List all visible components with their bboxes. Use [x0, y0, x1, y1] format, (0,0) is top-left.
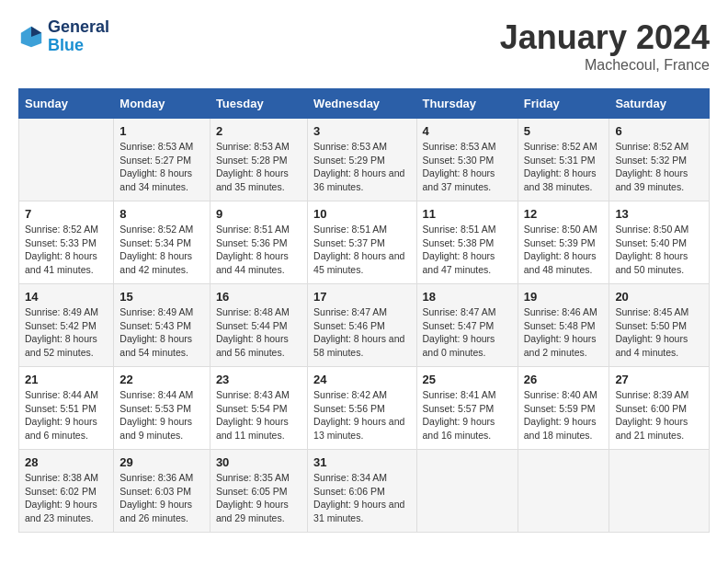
day-info: Sunrise: 8:52 AMSunset: 5:33 PMDaylight:… [25, 223, 108, 277]
day-info: Sunrise: 8:53 AMSunset: 5:29 PMDaylight:… [313, 140, 410, 194]
calendar-cell: 22Sunrise: 8:44 AMSunset: 5:53 PMDayligh… [114, 367, 210, 450]
day-info: Sunrise: 8:40 AMSunset: 5:59 PMDaylight:… [524, 388, 604, 442]
calendar-cell: 26Sunrise: 8:40 AMSunset: 5:59 PMDayligh… [518, 367, 609, 450]
calendar-cell [518, 450, 609, 533]
day-info: Sunrise: 8:41 AMSunset: 5:57 PMDaylight:… [423, 388, 512, 442]
day-number: 13 [615, 207, 703, 221]
day-number: 1 [119, 124, 204, 138]
day-info: Sunrise: 8:46 AMSunset: 5:48 PMDaylight:… [524, 305, 604, 360]
logo-text: GeneralBlue [48, 18, 109, 55]
day-number: 14 [25, 290, 108, 304]
calendar-cell [416, 450, 518, 533]
weekday-header: Monday [114, 89, 210, 119]
calendar-table: SundayMondayTuesdayWednesdayThursdayFrid… [18, 88, 710, 533]
day-number: 10 [313, 207, 410, 221]
calendar-cell [609, 450, 710, 533]
calendar-week-row: 14Sunrise: 8:49 AMSunset: 5:42 PMDayligh… [19, 284, 710, 367]
weekday-header: Sunday [19, 89, 114, 119]
day-info: Sunrise: 8:52 AMSunset: 5:31 PMDaylight:… [524, 140, 604, 194]
calendar-cell: 15Sunrise: 8:49 AMSunset: 5:43 PMDayligh… [114, 284, 210, 367]
calendar-cell: 4Sunrise: 8:53 AMSunset: 5:30 PMDaylight… [416, 119, 518, 201]
calendar-cell: 7Sunrise: 8:52 AMSunset: 5:33 PMDaylight… [19, 201, 114, 284]
weekday-header: Wednesday [308, 89, 416, 119]
day-info: Sunrise: 8:53 AMSunset: 5:28 PMDaylight:… [216, 140, 301, 194]
calendar-cell: 10Sunrise: 8:51 AMSunset: 5:37 PMDayligh… [308, 201, 416, 284]
day-info: Sunrise: 8:35 AMSunset: 6:05 PMDaylight:… [216, 471, 301, 525]
day-number: 27 [615, 373, 703, 386]
day-info: Sunrise: 8:50 AMSunset: 5:39 PMDaylight:… [524, 223, 604, 277]
page-header: GeneralBlue January 2024 Machecoul, Fran… [18, 18, 710, 74]
day-number: 18 [423, 290, 512, 304]
calendar-cell: 9Sunrise: 8:51 AMSunset: 5:36 PMDaylight… [210, 201, 307, 284]
calendar-cell: 31Sunrise: 8:34 AMSunset: 6:06 PMDayligh… [308, 450, 416, 533]
day-number: 15 [119, 290, 204, 304]
day-number: 3 [313, 124, 410, 138]
calendar-cell: 6Sunrise: 8:52 AMSunset: 5:32 PMDaylight… [609, 119, 710, 201]
day-info: Sunrise: 8:44 AMSunset: 5:53 PMDaylight:… [119, 388, 204, 442]
day-info: Sunrise: 8:50 AMSunset: 5:40 PMDaylight:… [615, 223, 703, 277]
day-info: Sunrise: 8:53 AMSunset: 5:27 PMDaylight:… [119, 140, 204, 194]
calendar-cell: 24Sunrise: 8:42 AMSunset: 5:56 PMDayligh… [308, 367, 416, 450]
day-number: 16 [216, 290, 301, 304]
day-number: 9 [216, 207, 301, 221]
calendar-cell: 12Sunrise: 8:50 AMSunset: 5:39 PMDayligh… [518, 201, 609, 284]
day-number: 20 [615, 290, 703, 304]
logo-icon [18, 24, 44, 50]
day-info: Sunrise: 8:42 AMSunset: 5:56 PMDaylight:… [313, 388, 410, 442]
calendar-week-row: 21Sunrise: 8:44 AMSunset: 5:51 PMDayligh… [19, 367, 710, 450]
day-info: Sunrise: 8:45 AMSunset: 5:50 PMDaylight:… [615, 305, 703, 360]
calendar-week-row: 1Sunrise: 8:53 AMSunset: 5:27 PMDaylight… [19, 119, 710, 201]
day-number: 28 [25, 455, 108, 469]
day-number: 19 [524, 290, 604, 304]
weekday-header: Saturday [609, 89, 710, 119]
calendar-cell: 18Sunrise: 8:47 AMSunset: 5:47 PMDayligh… [416, 284, 518, 367]
weekday-header: Friday [518, 89, 609, 119]
calendar-cell: 21Sunrise: 8:44 AMSunset: 5:51 PMDayligh… [19, 367, 114, 450]
day-number: 21 [25, 373, 108, 386]
day-number: 31 [313, 455, 410, 469]
day-number: 30 [216, 455, 301, 469]
day-number: 8 [119, 207, 204, 221]
day-info: Sunrise: 8:51 AMSunset: 5:38 PMDaylight:… [423, 223, 512, 277]
title-area: January 2024 Machecoul, France [500, 18, 710, 74]
day-info: Sunrise: 8:51 AMSunset: 5:37 PMDaylight:… [313, 223, 410, 277]
day-info: Sunrise: 8:52 AMSunset: 5:34 PMDaylight:… [119, 223, 204, 277]
day-info: Sunrise: 8:51 AMSunset: 5:36 PMDaylight:… [216, 223, 301, 277]
calendar-cell: 17Sunrise: 8:47 AMSunset: 5:46 PMDayligh… [308, 284, 416, 367]
calendar-cell: 5Sunrise: 8:52 AMSunset: 5:31 PMDaylight… [518, 119, 609, 201]
calendar-cell: 11Sunrise: 8:51 AMSunset: 5:38 PMDayligh… [416, 201, 518, 284]
day-number: 2 [216, 124, 301, 138]
calendar-cell: 23Sunrise: 8:43 AMSunset: 5:54 PMDayligh… [210, 367, 307, 450]
day-number: 7 [25, 207, 108, 221]
day-number: 5 [524, 124, 604, 138]
calendar-cell: 8Sunrise: 8:52 AMSunset: 5:34 PMDaylight… [114, 201, 210, 284]
calendar-week-row: 28Sunrise: 8:38 AMSunset: 6:02 PMDayligh… [19, 450, 710, 533]
day-info: Sunrise: 8:47 AMSunset: 5:46 PMDaylight:… [313, 305, 410, 360]
day-number: 6 [615, 124, 703, 138]
day-info: Sunrise: 8:48 AMSunset: 5:44 PMDaylight:… [216, 305, 301, 360]
day-info: Sunrise: 8:38 AMSunset: 6:02 PMDaylight:… [25, 471, 108, 525]
day-number: 22 [119, 373, 204, 386]
calendar-cell: 16Sunrise: 8:48 AMSunset: 5:44 PMDayligh… [210, 284, 307, 367]
weekday-header: Thursday [416, 89, 518, 119]
logo: GeneralBlue [18, 18, 109, 55]
month-title: January 2024 [500, 18, 710, 57]
day-number: 4 [423, 124, 512, 138]
location: Machecoul, France [500, 57, 710, 74]
day-info: Sunrise: 8:34 AMSunset: 6:06 PMDaylight:… [313, 471, 410, 525]
calendar-cell: 27Sunrise: 8:39 AMSunset: 6:00 PMDayligh… [609, 367, 710, 450]
day-number: 11 [423, 207, 512, 221]
day-info: Sunrise: 8:36 AMSunset: 6:03 PMDaylight:… [119, 471, 204, 525]
day-number: 25 [423, 373, 512, 386]
calendar-cell: 13Sunrise: 8:50 AMSunset: 5:40 PMDayligh… [609, 201, 710, 284]
calendar-cell: 20Sunrise: 8:45 AMSunset: 5:50 PMDayligh… [609, 284, 710, 367]
day-number: 24 [313, 373, 410, 386]
day-info: Sunrise: 8:49 AMSunset: 5:42 PMDaylight:… [25, 305, 108, 360]
weekday-header: Tuesday [210, 89, 307, 119]
calendar-cell [19, 119, 114, 201]
day-info: Sunrise: 8:53 AMSunset: 5:30 PMDaylight:… [423, 140, 512, 194]
header-row: SundayMondayTuesdayWednesdayThursdayFrid… [19, 89, 710, 119]
day-info: Sunrise: 8:43 AMSunset: 5:54 PMDaylight:… [216, 388, 301, 442]
calendar-week-row: 7Sunrise: 8:52 AMSunset: 5:33 PMDaylight… [19, 201, 710, 284]
day-number: 23 [216, 373, 301, 386]
